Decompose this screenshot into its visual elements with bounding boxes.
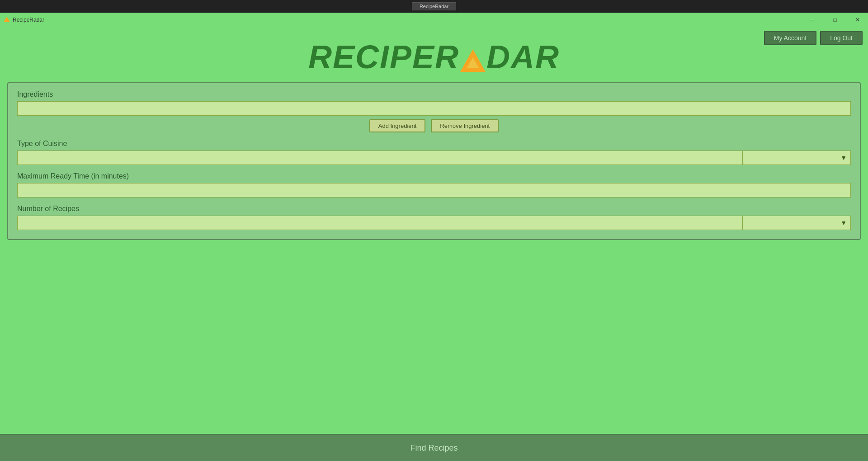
title-bar: RecipeRadar ─ □ ✕ — [0, 13, 868, 27]
find-recipes-label: Find Recipes — [410, 443, 458, 453]
cuisine-dropdown-arrow: ▼ — [840, 154, 847, 161]
num-recipes-input[interactable]: 1 — [17, 216, 742, 230]
app-title: RecipeRadar — [13, 17, 44, 23]
cuisine-section: Type of Cuisine ▼ — [17, 140, 851, 165]
title-bar-controls: ─ □ ✕ — [802, 13, 868, 27]
logo: RECIPERDAR — [0, 41, 868, 73]
logo-inner-triangle — [467, 57, 479, 68]
log-out-button[interactable]: Log Out — [820, 31, 863, 45]
num-recipes-section: Number of Recipes 1 ▼ — [17, 205, 851, 230]
app-window: RecipeRadar ─ □ ✕ My Account Log Out REC… — [0, 13, 868, 461]
ingredient-buttons: Add Ingredient Remove Ingredient — [17, 119, 851, 132]
logo-part3: DAR — [486, 39, 560, 75]
max-time-label: Maximum Ready Time (in minutes) — [17, 172, 851, 180]
logo-part2: R — [435, 39, 459, 75]
title-bar-left: RecipeRadar — [4, 17, 44, 23]
main-panel: Ingredients Add Ingredient Remove Ingred… — [7, 82, 861, 240]
cuisine-label: Type of Cuisine — [17, 140, 851, 148]
num-recipes-dropdown-button[interactable]: ▼ — [742, 216, 851, 230]
top-buttons: My Account Log Out — [764, 27, 863, 49]
ingredients-label: Ingredients — [17, 90, 851, 99]
cuisine-row: ▼ — [17, 151, 851, 165]
max-time-section: Maximum Ready Time (in minutes) — [17, 172, 851, 205]
ingredients-section: Ingredients Add Ingredient Remove Ingred… — [17, 90, 851, 132]
my-account-button[interactable]: My Account — [764, 31, 816, 45]
recipes-row: 1 ▼ — [17, 216, 851, 230]
taskbar: RecipeRadar — [0, 0, 868, 13]
cuisine-input[interactable] — [17, 151, 742, 165]
num-recipes-label: Number of Recipes — [17, 205, 851, 213]
taskbar-app-label: RecipeRadar — [420, 4, 448, 9]
app-icon — [4, 17, 10, 23]
find-recipes-bar[interactable]: Find Recipes — [0, 434, 868, 461]
max-time-input[interactable] — [17, 183, 851, 198]
close-button[interactable]: ✕ — [847, 13, 868, 27]
ingredient-input[interactable] — [17, 101, 851, 116]
logo-triangle-icon — [460, 49, 486, 72]
taskbar-app-item[interactable]: RecipeRadar — [412, 2, 456, 10]
maximize-button[interactable]: □ — [825, 13, 845, 27]
cuisine-dropdown-button[interactable]: ▼ — [742, 151, 851, 165]
add-ingredient-button[interactable]: Add Ingredient — [369, 119, 426, 132]
logo-area: RECIPERDAR — [0, 27, 868, 82]
minimize-button[interactable]: ─ — [802, 13, 823, 27]
logo-part1: RECIPE — [308, 39, 435, 75]
remove-ingredient-button[interactable]: Remove Ingredient — [431, 119, 499, 132]
num-recipes-dropdown-arrow: ▼ — [840, 219, 847, 226]
